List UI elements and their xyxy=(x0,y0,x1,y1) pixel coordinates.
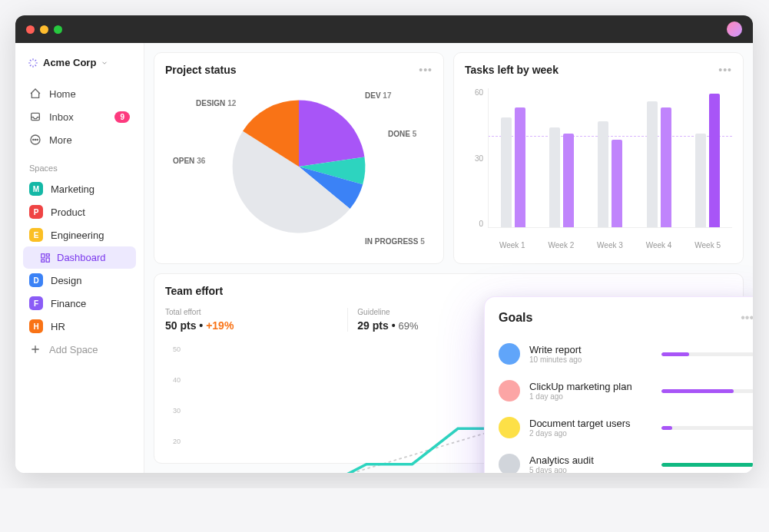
bar-chart: 60300 Week 1Week 2Week 3Week 4Week 5 xyxy=(465,88,732,249)
svg-point-1 xyxy=(33,139,34,140)
bar-group xyxy=(549,127,574,227)
space-badge-icon: E xyxy=(29,228,43,242)
goal-item[interactable]: ClickUp marketing plan 1 day ago xyxy=(499,372,753,409)
org-name: Acme Corp xyxy=(43,57,96,68)
user-avatar[interactable] xyxy=(727,21,742,37)
goals-title: Goals xyxy=(499,311,753,325)
goal-item[interactable]: Analytics audit 5 days ago xyxy=(499,446,753,473)
space-badge-icon: H xyxy=(29,319,43,333)
nav-home[interactable]: Home xyxy=(23,82,136,105)
bar-remaining xyxy=(709,94,720,227)
goal-time: 1 day ago xyxy=(529,392,652,401)
dashboard-label: Dashboard xyxy=(57,252,106,263)
space-badge-icon: F xyxy=(29,296,43,310)
space-item-product[interactable]: PProduct xyxy=(23,200,136,223)
more-icon xyxy=(29,134,41,146)
close-icon[interactable] xyxy=(26,25,35,34)
space-item-marketing[interactable]: MMarketing xyxy=(23,177,136,200)
inbox-icon xyxy=(29,111,41,123)
space-label: Design xyxy=(51,275,81,286)
minimize-icon[interactable] xyxy=(40,25,48,34)
pie-label: DONE 5 xyxy=(388,130,416,138)
space-badge-icon: D xyxy=(29,273,43,287)
goal-info: Document target users 2 days ago xyxy=(529,418,652,438)
space-item-finance[interactable]: FFinance xyxy=(23,292,136,315)
bar-remaining xyxy=(515,107,525,227)
x-label: Week 5 xyxy=(694,241,721,249)
bar-group xyxy=(695,94,720,227)
home-icon xyxy=(29,88,41,100)
pie-chart: DEV 17DONE 5IN PROGRESS 5OPEN 36DESIGN 1… xyxy=(165,84,433,253)
space-item-hr[interactable]: HHR xyxy=(23,315,136,338)
goals-menu-icon[interactable]: ••• xyxy=(741,311,753,325)
avatar xyxy=(499,454,520,473)
space-item-engineering[interactable]: EEngineering xyxy=(23,223,136,246)
card-menu-icon[interactable]: ••• xyxy=(419,64,433,76)
goal-item[interactable]: Document target users 2 days ago xyxy=(499,409,753,446)
bar-total xyxy=(695,134,706,227)
pie-label: DEV 17 xyxy=(365,91,391,100)
space-badge-icon: P xyxy=(29,205,43,219)
sidebar-dashboard[interactable]: Dashboard xyxy=(23,246,136,269)
bar-group xyxy=(598,121,622,227)
spaces-list: MMarketingPProductEEngineeringDashboardD… xyxy=(23,177,136,338)
y-axis: 50403020 xyxy=(165,345,181,445)
bar-total xyxy=(647,101,658,227)
dashboard-icon xyxy=(40,253,51,263)
x-label: Week 2 xyxy=(549,241,575,249)
nav-inbox[interactable]: Inbox 9 xyxy=(23,105,136,128)
avatar xyxy=(499,380,520,401)
window-controls xyxy=(26,25,62,34)
nav-label: Inbox xyxy=(49,111,74,123)
add-space-button[interactable]: Add Space xyxy=(23,338,136,361)
avatar xyxy=(499,417,520,438)
card-title: Tasks left by week xyxy=(465,64,732,76)
goal-info: Write report 10 minutes ago xyxy=(529,344,652,364)
y-axis: 60300 xyxy=(465,88,483,228)
bar-remaining xyxy=(661,107,671,227)
space-label: Marketing xyxy=(51,183,94,195)
goal-name: Document target users xyxy=(529,418,652,429)
avatar xyxy=(499,343,520,365)
goal-item[interactable]: Write report 10 minutes ago xyxy=(499,335,753,372)
tasks-left-card: Tasks left by week ••• 60300 Week 1Week … xyxy=(453,52,744,264)
x-label: Week 1 xyxy=(499,241,525,249)
space-item-design[interactable]: DDesign xyxy=(23,269,136,292)
pie-label: DESIGN 12 xyxy=(196,99,236,107)
card-menu-icon[interactable]: ••• xyxy=(718,64,732,76)
org-switcher[interactable]: Acme Corp xyxy=(23,54,136,71)
svg-rect-7 xyxy=(41,259,45,262)
goal-name: Analytics audit xyxy=(529,454,652,466)
project-status-card: Project status ••• DEV 17DONE 5IN PROGRE… xyxy=(154,52,444,264)
space-label: Product xyxy=(51,207,85,218)
nav-more[interactable]: More xyxy=(23,128,136,151)
chevron-down-icon xyxy=(101,59,108,67)
goal-name: Write report xyxy=(529,344,652,355)
goal-time: 10 minutes ago xyxy=(529,355,652,364)
bar-total xyxy=(501,117,512,227)
x-axis: Week 1Week 2Week 3Week 4Week 5 xyxy=(488,241,732,249)
space-label: HR xyxy=(51,321,65,332)
space-label: Engineering xyxy=(51,230,104,241)
maximize-icon[interactable] xyxy=(54,25,62,34)
bar-remaining xyxy=(612,140,622,227)
bar-total xyxy=(598,121,608,227)
add-space-label: Add Space xyxy=(49,344,98,355)
goal-progress xyxy=(661,389,753,393)
goal-time: 5 days ago xyxy=(529,466,652,473)
inbox-badge: 9 xyxy=(114,111,130,123)
goals-list: Write report 10 minutes ago ClickUp mark… xyxy=(499,335,753,473)
bar-total xyxy=(549,127,560,227)
bar-group xyxy=(501,107,525,227)
card-title: Project status xyxy=(165,64,433,76)
sidebar: Acme Corp Home Inbox 9 More Spaces xyxy=(15,43,144,473)
goal-progress xyxy=(661,463,753,467)
card-title: Team effort xyxy=(165,285,732,297)
svg-rect-6 xyxy=(46,258,49,262)
nav-label: Home xyxy=(49,88,76,100)
goal-info: Analytics audit 5 days ago xyxy=(529,454,652,473)
svg-rect-5 xyxy=(46,253,49,256)
bar-remaining xyxy=(563,134,574,227)
svg-rect-4 xyxy=(41,253,45,257)
bar-group xyxy=(647,101,671,227)
